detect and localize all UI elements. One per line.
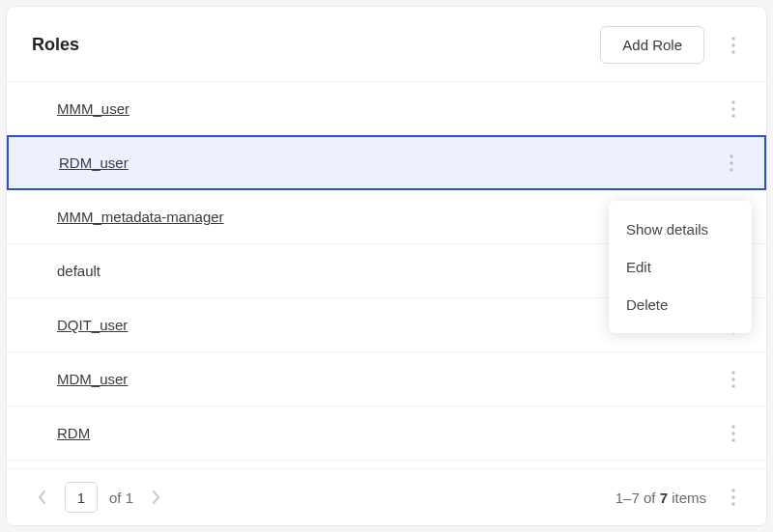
range-text: 1–7 <box>616 490 640 506</box>
svg-point-19 <box>731 378 734 380</box>
card-title: Roles <box>32 35 79 55</box>
menu-item[interactable]: Edit <box>609 248 752 286</box>
svg-point-26 <box>731 502 734 505</box>
svg-point-5 <box>731 114 734 117</box>
svg-point-3 <box>731 100 734 103</box>
range-total-text: 7 <box>660 490 668 506</box>
total-pages-text: 1 <box>126 490 133 506</box>
header-more-button[interactable] <box>722 29 745 62</box>
svg-point-0 <box>731 37 734 40</box>
row-more-button[interactable] <box>720 147 743 180</box>
svg-point-6 <box>730 154 732 157</box>
role-name-link[interactable]: DQIT_user <box>57 317 128 333</box>
items-text: items <box>672 490 706 506</box>
card-header: Roles Add Role <box>7 7 766 81</box>
role-name-link[interactable]: MMM_user <box>57 100 129 117</box>
more-vertical-icon <box>731 371 735 388</box>
pagination-range-label: 1–7 of 7 items <box>616 490 706 506</box>
role-name-link[interactable]: default <box>57 263 100 279</box>
prev-page-button[interactable] <box>32 487 53 508</box>
role-name-link[interactable]: MMM_metadata-manager <box>57 209 224 225</box>
pagination-bar: of 1 1–7 of 7 items <box>7 468 766 525</box>
svg-point-7 <box>730 161 732 164</box>
role-row[interactable]: RDM_user <box>7 135 766 190</box>
svg-point-2 <box>731 50 734 53</box>
svg-point-4 <box>731 107 734 110</box>
context-menu: Show detailsEditDelete <box>609 201 752 333</box>
svg-point-23 <box>731 438 734 441</box>
role-row[interactable]: MMM_user <box>7 82 766 136</box>
chevron-left-icon <box>38 490 47 505</box>
svg-point-8 <box>730 168 732 171</box>
more-vertical-icon <box>731 489 735 506</box>
pagination-of-label: of 1 <box>109 490 133 506</box>
pagination-more-button[interactable] <box>722 481 745 514</box>
range-of-text: of <box>644 490 656 506</box>
page-number-input[interactable] <box>65 482 98 513</box>
role-name-link[interactable]: RDM <box>57 425 90 441</box>
row-more-button[interactable] <box>722 93 745 126</box>
more-vertical-icon <box>731 100 735 118</box>
next-page-button[interactable] <box>145 487 166 508</box>
row-more-button[interactable] <box>722 363 745 396</box>
svg-point-25 <box>731 495 734 498</box>
chevron-right-icon <box>151 490 160 505</box>
svg-point-18 <box>731 371 734 374</box>
more-vertical-icon <box>730 154 733 172</box>
pagination-right: 1–7 of 7 items <box>616 481 745 514</box>
role-name-link[interactable]: RDM_user <box>59 154 129 171</box>
svg-point-21 <box>731 425 734 428</box>
more-vertical-icon <box>731 425 735 442</box>
menu-item[interactable]: Delete <box>609 286 752 323</box>
svg-point-24 <box>731 489 734 491</box>
svg-point-1 <box>731 43 734 46</box>
add-role-button[interactable]: Add Role <box>600 26 704 64</box>
svg-point-22 <box>731 432 734 434</box>
of-text: of <box>109 490 122 506</box>
pagination-left: of 1 <box>32 482 166 513</box>
role-row[interactable]: RDM <box>7 406 766 461</box>
header-actions: Add Role <box>600 26 745 64</box>
role-row[interactable]: MDM_user <box>7 352 766 406</box>
more-vertical-icon <box>731 37 735 54</box>
svg-point-20 <box>731 384 734 387</box>
role-name-link[interactable]: MDM_user <box>57 371 128 387</box>
menu-item[interactable]: Show details <box>609 210 752 248</box>
row-more-button[interactable] <box>722 417 745 450</box>
